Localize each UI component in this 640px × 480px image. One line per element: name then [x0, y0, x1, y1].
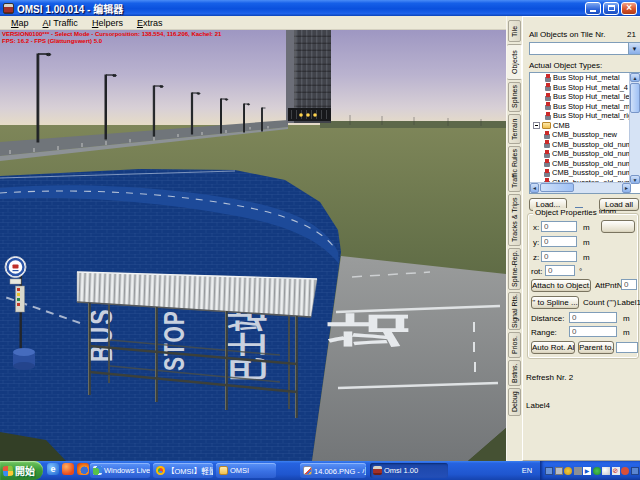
- menu-item-extras[interactable]: Extras: [130, 17, 170, 29]
- tray-icon[interactable]: [555, 467, 563, 475]
- tray-icon[interactable]: [602, 467, 610, 475]
- attach-to-object-button[interactable]: Attach to Object...: [531, 279, 591, 292]
- tab-objects[interactable]: Objects: [507, 44, 522, 80]
- panel-tab-strip: Tile Objects Splines Terrain Traffic Rul…: [507, 16, 522, 461]
- taskbar-button-browser[interactable]: 【OMSI】軽量級 Photo...: [153, 463, 213, 478]
- tree-item[interactable]: CMB_busstop_old_number_plate(re: [530, 168, 631, 178]
- object-types-tree[interactable]: Bus Stop Hut_metal Bus Stop Hut_metal_4 …: [529, 72, 640, 194]
- menu-item-ai-traffic[interactable]: AI Traffic: [36, 17, 85, 29]
- tab-signal-rts[interactable]: Signal Rts.: [508, 292, 521, 330]
- tray-icon[interactable]: [593, 467, 601, 475]
- tray-icon[interactable]: [621, 467, 629, 475]
- tree-item[interactable]: CMB_busstop_old_number_plate: [530, 140, 631, 150]
- start-button[interactable]: 開始: [0, 461, 43, 480]
- parent-field[interactable]: [616, 342, 638, 353]
- maximize-button[interactable]: [603, 2, 619, 15]
- horizontal-scrollbar[interactable]: ◄ ►: [530, 182, 631, 193]
- scroll-thumb[interactable]: [630, 83, 640, 113]
- scroll-left-icon[interactable]: ◄: [530, 183, 539, 193]
- busstop-icon: [545, 93, 551, 101]
- tree-item[interactable]: CMB_busstop_old_number_plate(bl: [530, 149, 631, 159]
- taskbar-button-messenger[interactable]: Windows Live Messen...: [90, 463, 150, 478]
- close-button[interactable]: ×: [621, 2, 637, 15]
- vertical-scrollbar[interactable]: ▲ ▼: [629, 73, 640, 184]
- label4: Label4: [526, 401, 550, 410]
- collapse-icon[interactable]: [533, 122, 540, 129]
- tree-item-folder[interactable]: CMB: [530, 121, 631, 131]
- chrome-icon: [156, 466, 165, 475]
- tab-spline-rep[interactable]: Spline-Rep.: [508, 248, 521, 290]
- tab-prios[interactable]: Prios.: [508, 332, 521, 358]
- tray-icon[interactable]: [545, 467, 553, 475]
- tree-item[interactable]: Bus Stop Hut_metal: [530, 73, 631, 83]
- tray-icon[interactable]: ⊘: [612, 467, 620, 475]
- tile-number-value: 21: [627, 30, 636, 39]
- start-label: 開始: [15, 463, 35, 478]
- ie-icon[interactable]: e: [47, 463, 59, 475]
- object-select-combobox[interactable]: ▼: [529, 42, 640, 55]
- app-icon: [3, 3, 14, 14]
- tray-icon[interactable]: [564, 467, 572, 475]
- attpnt-field[interactable]: [621, 279, 637, 290]
- menu-item-helpers[interactable]: Helpers: [85, 17, 130, 29]
- tray-icon[interactable]: [574, 467, 582, 475]
- taskbar-button-omsi-folder[interactable]: OMSI: [216, 463, 276, 478]
- auto-rot-all-button[interactable]: Auto Rot. All: [531, 341, 575, 354]
- language-indicator[interactable]: EN: [519, 464, 535, 477]
- maximize-icon: [608, 5, 615, 11]
- parent-to-button[interactable]: Parent to...: [578, 341, 614, 354]
- x-label: x:: [533, 223, 539, 232]
- title-bar[interactable]: OMSI 1.00.014 - 编辑器 ×: [0, 0, 640, 16]
- tree-item[interactable]: CMB_busstop_old_number_plate(gr: [530, 159, 631, 169]
- x-field[interactable]: [541, 221, 577, 232]
- scroll-down-icon[interactable]: ▼: [630, 175, 640, 184]
- tab-splines[interactable]: Splines: [508, 82, 521, 112]
- tab-traffic-rules[interactable]: Traffic Rules: [508, 146, 521, 192]
- taskbar-button-paint[interactable]: 14.006.PNG - 小畫家: [300, 463, 366, 478]
- tab-tracks-trips[interactable]: Tracks & Trips: [508, 194, 521, 246]
- folder-open-icon: [542, 122, 551, 129]
- minimize-button[interactable]: [585, 2, 601, 15]
- tab-debug[interactable]: Debug: [508, 388, 521, 416]
- viewport-3d[interactable]: BUS STOP 巴士站 站: [0, 30, 506, 461]
- taskbar: 開始 e » Windows Live Messen... 【OMSI】軽量級 …: [0, 461, 640, 480]
- tree-item[interactable]: CMB_busstop_new: [530, 130, 631, 140]
- y-label: y:: [533, 238, 539, 247]
- tray-icon[interactable]: [631, 467, 639, 475]
- tray-icon[interactable]: ▶: [583, 467, 591, 475]
- tree-item[interactable]: Bus Stop Hut_metal_left: [530, 92, 631, 102]
- scroll-thumb[interactable]: [540, 183, 574, 192]
- start-flag-icon: [3, 465, 14, 476]
- label17: Label17: [617, 298, 640, 307]
- tree-item[interactable]: Bus Stop Hut_metal_right: [530, 111, 631, 121]
- skyscraper: [286, 30, 331, 123]
- busstop-icon: [544, 150, 550, 158]
- y-field[interactable]: [541, 236, 577, 247]
- firefox-icon[interactable]: [77, 463, 89, 475]
- distance-field[interactable]: [569, 312, 617, 323]
- tab-bstns[interactable]: Bstns.: [508, 360, 521, 386]
- dropdown-arrow-icon[interactable]: ▼: [628, 43, 640, 54]
- z-field[interactable]: [541, 251, 577, 262]
- folder-icon: [219, 466, 228, 475]
- tree-item[interactable]: Bus Stop Hut_metal_middle: [530, 102, 631, 112]
- scroll-up-icon[interactable]: ▲: [630, 73, 640, 82]
- busstop-icon: [544, 140, 550, 148]
- to-spline-button[interactable]: '' to Spline ...: [531, 296, 579, 309]
- range-field[interactable]: [569, 326, 617, 337]
- taskbar-button-omsi[interactable]: Omsi 1.00: [370, 463, 448, 478]
- rot-field[interactable]: [545, 265, 575, 276]
- tab-terrain[interactable]: Terrain: [508, 114, 521, 144]
- y-unit: m: [583, 238, 590, 247]
- tree-item[interactable]: Bus Stop Hut_metal_4 pillars: [530, 83, 631, 93]
- tab-tile[interactable]: Tile: [508, 20, 521, 42]
- busstop-icon: [545, 112, 551, 120]
- scroll-right-icon[interactable]: ►: [622, 183, 631, 193]
- refresh-label: Refresh Nr. 2: [526, 373, 573, 382]
- z-label: z:: [533, 253, 539, 262]
- blank-button[interactable]: [601, 220, 635, 233]
- menu-item-map[interactable]: Map: [4, 17, 36, 29]
- opera-icon[interactable]: [62, 463, 74, 475]
- busstop-icon: [545, 102, 551, 110]
- busstop-icon: [545, 83, 551, 91]
